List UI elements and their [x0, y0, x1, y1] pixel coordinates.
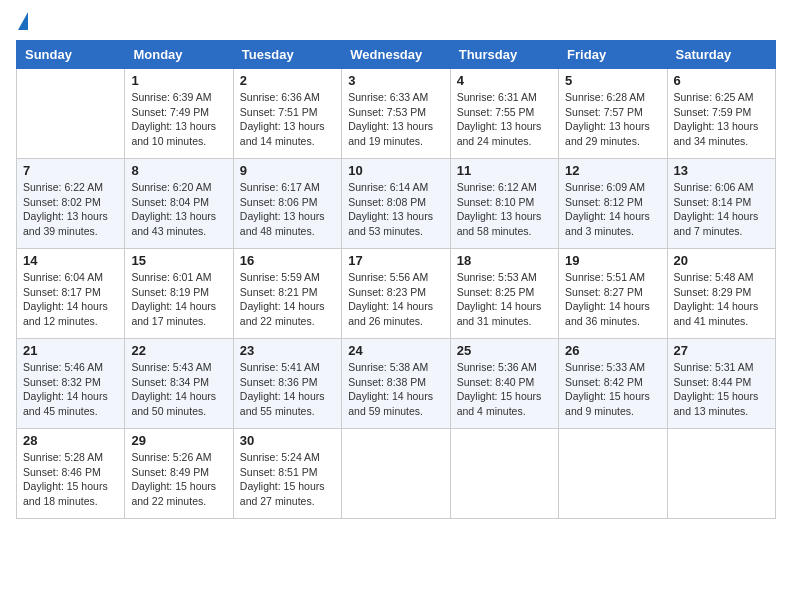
- day-info: Sunrise: 6:17 AMSunset: 8:06 PMDaylight:…: [240, 180, 335, 239]
- calendar-cell: 22Sunrise: 5:43 AMSunset: 8:34 PMDayligh…: [125, 339, 233, 429]
- calendar-cell: 3Sunrise: 6:33 AMSunset: 7:53 PMDaylight…: [342, 69, 450, 159]
- calendar-header-wednesday: Wednesday: [342, 41, 450, 69]
- day-info: Sunrise: 6:01 AMSunset: 8:19 PMDaylight:…: [131, 270, 226, 329]
- calendar-header-friday: Friday: [559, 41, 667, 69]
- day-number: 4: [457, 73, 552, 88]
- day-info: Sunrise: 5:31 AMSunset: 8:44 PMDaylight:…: [674, 360, 769, 419]
- day-info: Sunrise: 6:36 AMSunset: 7:51 PMDaylight:…: [240, 90, 335, 149]
- calendar-cell: 18Sunrise: 5:53 AMSunset: 8:25 PMDayligh…: [450, 249, 558, 339]
- day-number: 13: [674, 163, 769, 178]
- calendar-cell: [559, 429, 667, 519]
- day-info: Sunrise: 6:39 AMSunset: 7:49 PMDaylight:…: [131, 90, 226, 149]
- logo-triangle-icon: [18, 12, 28, 30]
- calendar-header-saturday: Saturday: [667, 41, 775, 69]
- calendar-cell: 26Sunrise: 5:33 AMSunset: 8:42 PMDayligh…: [559, 339, 667, 429]
- calendar-cell: [667, 429, 775, 519]
- day-number: 3: [348, 73, 443, 88]
- calendar-week-1: 1Sunrise: 6:39 AMSunset: 7:49 PMDaylight…: [17, 69, 776, 159]
- day-number: 28: [23, 433, 118, 448]
- calendar-cell: 24Sunrise: 5:38 AMSunset: 8:38 PMDayligh…: [342, 339, 450, 429]
- calendar-cell: [342, 429, 450, 519]
- day-info: Sunrise: 5:28 AMSunset: 8:46 PMDaylight:…: [23, 450, 118, 509]
- calendar-cell: 7Sunrise: 6:22 AMSunset: 8:02 PMDaylight…: [17, 159, 125, 249]
- day-number: 2: [240, 73, 335, 88]
- day-number: 12: [565, 163, 660, 178]
- day-info: Sunrise: 5:59 AMSunset: 8:21 PMDaylight:…: [240, 270, 335, 329]
- calendar-table: SundayMondayTuesdayWednesdayThursdayFrid…: [16, 40, 776, 519]
- calendar-cell: 1Sunrise: 6:39 AMSunset: 7:49 PMDaylight…: [125, 69, 233, 159]
- calendar-cell: [17, 69, 125, 159]
- day-info: Sunrise: 5:46 AMSunset: 8:32 PMDaylight:…: [23, 360, 118, 419]
- day-info: Sunrise: 5:43 AMSunset: 8:34 PMDaylight:…: [131, 360, 226, 419]
- calendar-header-row: SundayMondayTuesdayWednesdayThursdayFrid…: [17, 41, 776, 69]
- day-info: Sunrise: 5:24 AMSunset: 8:51 PMDaylight:…: [240, 450, 335, 509]
- day-info: Sunrise: 5:38 AMSunset: 8:38 PMDaylight:…: [348, 360, 443, 419]
- calendar-week-5: 28Sunrise: 5:28 AMSunset: 8:46 PMDayligh…: [17, 429, 776, 519]
- day-info: Sunrise: 6:04 AMSunset: 8:17 PMDaylight:…: [23, 270, 118, 329]
- calendar-cell: 4Sunrise: 6:31 AMSunset: 7:55 PMDaylight…: [450, 69, 558, 159]
- calendar-week-2: 7Sunrise: 6:22 AMSunset: 8:02 PMDaylight…: [17, 159, 776, 249]
- calendar-week-3: 14Sunrise: 6:04 AMSunset: 8:17 PMDayligh…: [17, 249, 776, 339]
- day-info: Sunrise: 6:28 AMSunset: 7:57 PMDaylight:…: [565, 90, 660, 149]
- day-number: 10: [348, 163, 443, 178]
- day-info: Sunrise: 6:06 AMSunset: 8:14 PMDaylight:…: [674, 180, 769, 239]
- calendar-header-sunday: Sunday: [17, 41, 125, 69]
- calendar-cell: 12Sunrise: 6:09 AMSunset: 8:12 PMDayligh…: [559, 159, 667, 249]
- day-number: 24: [348, 343, 443, 358]
- calendar-cell: 11Sunrise: 6:12 AMSunset: 8:10 PMDayligh…: [450, 159, 558, 249]
- calendar-header-thursday: Thursday: [450, 41, 558, 69]
- calendar-cell: 8Sunrise: 6:20 AMSunset: 8:04 PMDaylight…: [125, 159, 233, 249]
- day-info: Sunrise: 6:25 AMSunset: 7:59 PMDaylight:…: [674, 90, 769, 149]
- day-number: 21: [23, 343, 118, 358]
- calendar-cell: 19Sunrise: 5:51 AMSunset: 8:27 PMDayligh…: [559, 249, 667, 339]
- calendar-cell: 23Sunrise: 5:41 AMSunset: 8:36 PMDayligh…: [233, 339, 341, 429]
- calendar-cell: 17Sunrise: 5:56 AMSunset: 8:23 PMDayligh…: [342, 249, 450, 339]
- day-info: Sunrise: 5:36 AMSunset: 8:40 PMDaylight:…: [457, 360, 552, 419]
- day-number: 29: [131, 433, 226, 448]
- calendar-cell: 2Sunrise: 6:36 AMSunset: 7:51 PMDaylight…: [233, 69, 341, 159]
- day-number: 27: [674, 343, 769, 358]
- day-info: Sunrise: 6:33 AMSunset: 7:53 PMDaylight:…: [348, 90, 443, 149]
- day-number: 1: [131, 73, 226, 88]
- day-info: Sunrise: 6:31 AMSunset: 7:55 PMDaylight:…: [457, 90, 552, 149]
- day-number: 30: [240, 433, 335, 448]
- day-number: 8: [131, 163, 226, 178]
- day-info: Sunrise: 6:14 AMSunset: 8:08 PMDaylight:…: [348, 180, 443, 239]
- calendar-cell: 5Sunrise: 6:28 AMSunset: 7:57 PMDaylight…: [559, 69, 667, 159]
- day-info: Sunrise: 5:53 AMSunset: 8:25 PMDaylight:…: [457, 270, 552, 329]
- day-number: 14: [23, 253, 118, 268]
- logo: [16, 16, 28, 30]
- day-number: 11: [457, 163, 552, 178]
- calendar-cell: [450, 429, 558, 519]
- calendar-cell: 14Sunrise: 6:04 AMSunset: 8:17 PMDayligh…: [17, 249, 125, 339]
- page-header: [16, 16, 776, 30]
- day-number: 6: [674, 73, 769, 88]
- day-number: 7: [23, 163, 118, 178]
- day-number: 17: [348, 253, 443, 268]
- day-info: Sunrise: 5:33 AMSunset: 8:42 PMDaylight:…: [565, 360, 660, 419]
- calendar-cell: 6Sunrise: 6:25 AMSunset: 7:59 PMDaylight…: [667, 69, 775, 159]
- calendar-cell: 13Sunrise: 6:06 AMSunset: 8:14 PMDayligh…: [667, 159, 775, 249]
- day-number: 16: [240, 253, 335, 268]
- calendar-cell: 21Sunrise: 5:46 AMSunset: 8:32 PMDayligh…: [17, 339, 125, 429]
- day-info: Sunrise: 6:20 AMSunset: 8:04 PMDaylight:…: [131, 180, 226, 239]
- day-number: 15: [131, 253, 226, 268]
- calendar-cell: 15Sunrise: 6:01 AMSunset: 8:19 PMDayligh…: [125, 249, 233, 339]
- calendar-cell: 9Sunrise: 6:17 AMSunset: 8:06 PMDaylight…: [233, 159, 341, 249]
- day-number: 20: [674, 253, 769, 268]
- calendar-cell: 28Sunrise: 5:28 AMSunset: 8:46 PMDayligh…: [17, 429, 125, 519]
- calendar-cell: 25Sunrise: 5:36 AMSunset: 8:40 PMDayligh…: [450, 339, 558, 429]
- calendar-cell: 27Sunrise: 5:31 AMSunset: 8:44 PMDayligh…: [667, 339, 775, 429]
- day-info: Sunrise: 5:41 AMSunset: 8:36 PMDaylight:…: [240, 360, 335, 419]
- day-number: 25: [457, 343, 552, 358]
- day-number: 22: [131, 343, 226, 358]
- day-info: Sunrise: 6:22 AMSunset: 8:02 PMDaylight:…: [23, 180, 118, 239]
- calendar-cell: 30Sunrise: 5:24 AMSunset: 8:51 PMDayligh…: [233, 429, 341, 519]
- calendar-header-tuesday: Tuesday: [233, 41, 341, 69]
- day-info: Sunrise: 5:56 AMSunset: 8:23 PMDaylight:…: [348, 270, 443, 329]
- day-number: 19: [565, 253, 660, 268]
- day-info: Sunrise: 5:26 AMSunset: 8:49 PMDaylight:…: [131, 450, 226, 509]
- day-info: Sunrise: 5:51 AMSunset: 8:27 PMDaylight:…: [565, 270, 660, 329]
- day-number: 5: [565, 73, 660, 88]
- calendar-week-4: 21Sunrise: 5:46 AMSunset: 8:32 PMDayligh…: [17, 339, 776, 429]
